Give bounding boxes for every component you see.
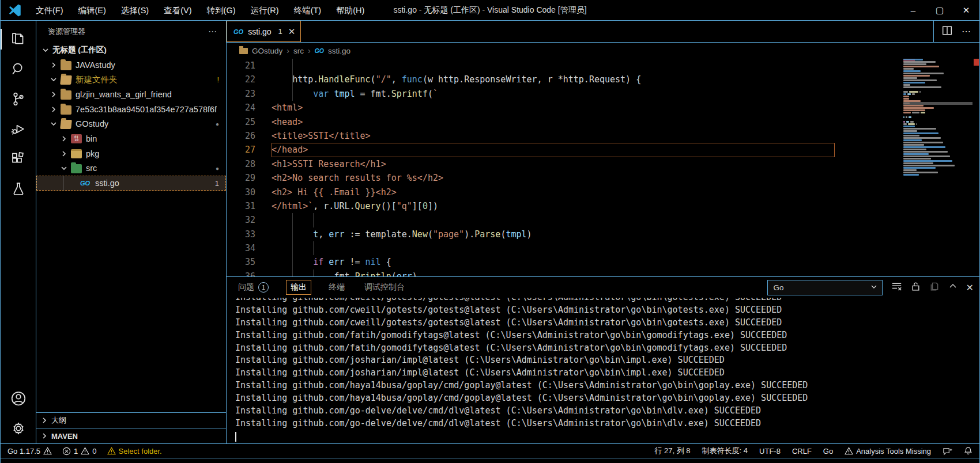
line-content: <h1>SSTI Research</h1> — [272, 157, 835, 171]
output-console[interactable]: Installing github.com/cweill/gotests/got… — [227, 298, 979, 443]
tree-item-badge: ● — [216, 165, 219, 172]
menu-item[interactable]: 选择(S) — [114, 0, 156, 21]
close-button[interactable]: ✕ — [953, 0, 979, 20]
folder-icon — [61, 105, 71, 115]
clear-output-icon[interactable] — [891, 281, 902, 294]
cursor-position-status[interactable]: 行 27, 列 8 — [654, 446, 690, 456]
go-file-icon: GO — [233, 27, 243, 36]
maximize-button[interactable]: ▢ — [926, 0, 953, 20]
extensions-icon[interactable] — [1, 144, 36, 174]
code-line-36: 36 fmt.Println(err) — [227, 270, 979, 276]
eol-status[interactable]: CRLF — [792, 447, 812, 456]
editor-actions: ⋯ — [933, 21, 979, 42]
language-mode-status[interactable]: Go — [823, 447, 833, 456]
account-icon[interactable] — [1, 384, 36, 413]
tree-item-gostudy[interactable]: GOstudy● — [36, 116, 226, 131]
go-version-status[interactable]: Go 1.17.5 — [7, 447, 52, 456]
editor-scrollbar[interactable] — [973, 59, 979, 276]
code-editor[interactable]: 2122 http.HandleFunc("/", func(w http.Re… — [227, 59, 979, 276]
problems-status[interactable]: 1 0 — [62, 447, 96, 456]
panel-tab-终端[interactable]: 终端 — [326, 280, 347, 295]
menu-item[interactable]: 转到(G) — [199, 0, 243, 21]
source-control-icon[interactable] — [1, 84, 36, 114]
bell-icon[interactable] — [964, 446, 973, 456]
line-number: 21 — [227, 59, 255, 73]
problems-count-badge: 1 — [258, 282, 269, 293]
warning-icon — [107, 447, 116, 455]
tree-item-pkg[interactable]: pkg — [36, 146, 226, 161]
output-channel-select[interactable]: Go — [767, 280, 883, 295]
line-number: 35 — [227, 255, 255, 269]
feedback-icon[interactable] — [943, 447, 952, 456]
analysis-tools-status[interactable]: Analysis Tools Missing — [845, 447, 931, 456]
open-in-editor-icon[interactable] — [929, 281, 940, 294]
tab-close-icon[interactable]: ✕ — [288, 26, 296, 37]
tree-item--[interactable]: 新建文件夹! — [36, 72, 226, 87]
window-bottom-edge — [1, 458, 979, 463]
warning-icon — [81, 447, 89, 455]
menu-item[interactable]: 查看(V) — [156, 0, 199, 21]
tree-item-javastudy[interactable]: JAVAstudy — [36, 58, 226, 73]
tree-item-badge: 1 — [215, 179, 219, 188]
output-line-clipped: Installing github.com/cweill/gotests/got… — [235, 298, 979, 304]
tab-ssti-go[interactable]: GO ssti.go 1 ✕ — [227, 21, 301, 42]
menu-item[interactable]: 终端(T) — [287, 0, 329, 21]
editor-tab-bar: GO ssti.go 1 ✕ ⋯ — [227, 21, 979, 43]
editor-group: GO ssti.go 1 ✕ ⋯ GOstudy › src › GO ssti… — [227, 21, 979, 443]
output-line: Installing github.com/go-delve/delve/cmd… — [235, 405, 979, 418]
maven-section[interactable]: MAVEN — [36, 428, 226, 443]
tree-item-ssti-go[interactable]: GOssti.go1 — [36, 176, 226, 191]
panel-tab-输出[interactable]: 输出 — [286, 280, 311, 295]
tree-item-glzjin-wants-a-girl-friend[interactable]: glzjin_wants_a_girl_friend — [36, 87, 226, 102]
folder-open-icon — [60, 75, 72, 85]
split-editor-icon[interactable] — [942, 25, 952, 38]
output-channel-value: Go — [774, 283, 784, 292]
line-content: if err != nil { — [272, 255, 835, 269]
tree-item-label: 新建文件夹 — [76, 74, 118, 85]
breadcrumb-item-gostudy[interactable]: GOstudy — [252, 47, 282, 55]
panel-tab-调试控制台[interactable]: 调试控制台 — [362, 280, 407, 295]
run-debug-icon[interactable] — [1, 114, 36, 144]
tree-item-7e53c31b8aa94501af354e727a578f6f[interactable]: 7e53c31b8aa94501af354e727a578f6f — [36, 102, 226, 117]
menu-item[interactable]: 运行(R) — [243, 0, 286, 21]
output-line: Installing github.com/go-delve/delve/cmd… — [235, 418, 979, 430]
menu-item[interactable]: 文件(F) — [28, 0, 71, 21]
line-number: 27 — [227, 143, 255, 157]
sidebar-title: 资源管理器 — [48, 26, 85, 37]
code-line-27: 27</head> — [227, 143, 979, 157]
line-content: </head> — [272, 143, 835, 157]
more-actions-icon[interactable]: ⋯ — [962, 26, 971, 37]
outline-section[interactable]: 大纲 — [36, 412, 226, 428]
vscode-window: 文件(F)编辑(E)选择(S)查看(V)转到(G)运行(R)终端(T)帮助(H)… — [0, 0, 980, 463]
breadcrumb-item-file[interactable]: ssti.go — [328, 47, 350, 55]
chevron-down-icon — [49, 75, 58, 84]
lock-scroll-icon[interactable] — [911, 282, 921, 294]
line-content: <html> — [272, 101, 835, 115]
tree-item-src[interactable]: src● — [36, 161, 226, 176]
search-icon[interactable] — [1, 54, 36, 84]
tree-item-bin[interactable]: 0110bin — [36, 131, 226, 146]
minimap[interactable] — [903, 59, 973, 255]
settings-gear-icon[interactable] — [1, 413, 36, 443]
close-panel-icon[interactable]: ✕ — [966, 282, 974, 293]
line-number: 25 — [227, 115, 255, 129]
menu-item[interactable]: 帮助(H) — [329, 0, 372, 21]
testing-icon[interactable] — [1, 174, 36, 204]
code-line-23: 23 var tmpl = fmt.Sprintf(` — [227, 87, 979, 101]
select-folder-status[interactable]: Select folder. — [107, 447, 162, 456]
panel-tab-问题[interactable]: 问题1 — [236, 280, 271, 295]
explorer-sidebar: 资源管理器 ⋯ 无标题 (工作区)JAVAstudy新建文件夹!glzjin_w… — [36, 21, 227, 443]
explorer-icon[interactable] — [1, 24, 36, 54]
encoding-status[interactable]: UTF-8 — [759, 447, 781, 456]
menu-item[interactable]: 编辑(E) — [71, 0, 114, 21]
activity-bar — [1, 21, 36, 443]
tree-root-workspace[interactable]: 无标题 (工作区) — [36, 43, 226, 58]
panel-action-icons: ✕ — [891, 281, 974, 294]
output-cursor — [235, 432, 236, 442]
maximize-panel-icon[interactable] — [948, 282, 958, 293]
indentation-status[interactable]: 制表符长度: 4 — [702, 446, 748, 456]
minimize-button[interactable]: – — [900, 0, 926, 20]
breadcrumb-item-src[interactable]: src — [293, 47, 304, 55]
sidebar-more-icon[interactable]: ⋯ — [208, 26, 218, 37]
output-line: Installing github.com/josharian/impl@lat… — [235, 367, 979, 379]
